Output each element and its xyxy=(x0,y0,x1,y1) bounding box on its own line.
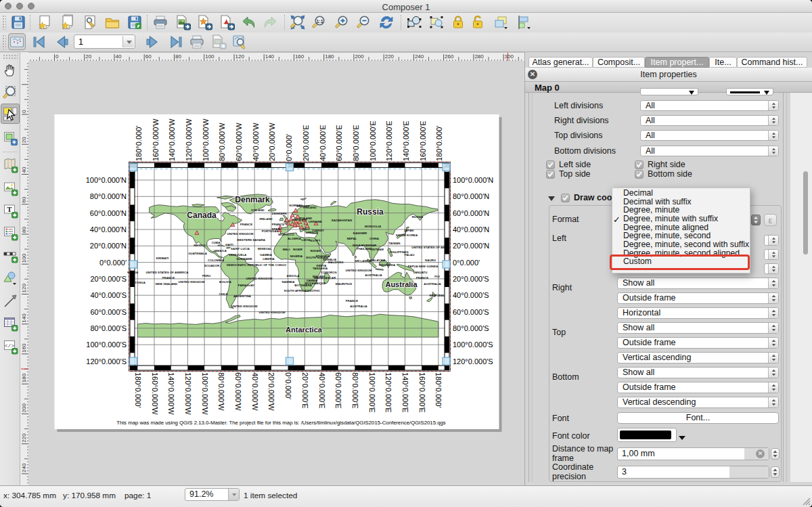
svg-text:MOZAMBIQUE: MOZAMBIQUE xyxy=(305,282,326,285)
svg-text:20°0.000′N: 20°0.000′N xyxy=(90,242,127,250)
svg-text:160: 160 xyxy=(295,53,304,60)
svg-text:PAPUA NEW GUINEA: PAPUA NEW GUINEA xyxy=(408,265,438,268)
svg-text:40: 40 xyxy=(21,167,27,173)
svg-text:GUATEMALA: GUATEMALA xyxy=(188,252,208,255)
svg-text:LIBERIA: LIBERIA xyxy=(263,257,275,261)
svg-text:SAINT LUCIA: SAINT LUCIA xyxy=(231,247,250,250)
svg-text:RUSSIA: RUSSIA xyxy=(412,215,424,219)
svg-text:160°0.000′E: 160°0.000′E xyxy=(419,120,427,161)
svg-text:Australia: Australia xyxy=(385,280,418,288)
svg-text:INDIA: INDIA xyxy=(353,244,361,247)
svg-text:200: 200 xyxy=(355,53,364,60)
svg-text:240: 240 xyxy=(21,463,27,472)
svg-text:80: 80 xyxy=(175,53,181,60)
svg-text:GERMANY: GERMANY xyxy=(292,218,308,221)
svg-text:140: 140 xyxy=(265,53,275,60)
svg-text:0°0.000′: 0°0.000′ xyxy=(284,372,292,399)
svg-text:This map was made using QGIS 2: This map was made using QGIS 2.13.0-Mast… xyxy=(116,420,446,426)
svg-text:120°0.000′W: 120°0.000′W xyxy=(184,372,192,415)
svg-text:180°0.000′: 180°0.000′ xyxy=(435,126,443,161)
svg-text:40°0.000′S: 40°0.000′S xyxy=(90,291,127,299)
svg-text:80°0.000′W: 80°0.000′W xyxy=(217,372,225,411)
svg-text:140°0.000′W: 140°0.000′W xyxy=(167,372,175,415)
svg-text:20°0.000′N: 20°0.000′N xyxy=(453,242,489,250)
svg-text:Russia: Russia xyxy=(357,207,384,217)
svg-text:NEPAL: NEPAL xyxy=(347,237,357,240)
svg-text:FRANCE: FRANCE xyxy=(346,299,358,303)
svg-text:GREECE: GREECE xyxy=(306,231,319,234)
svg-text:60°0.000′N: 60°0.000′N xyxy=(90,209,127,217)
svg-text:60°0.000′S: 60°0.000′S xyxy=(90,308,127,316)
svg-text:T: T xyxy=(7,205,12,213)
svg-text:0°0.000′: 0°0.000′ xyxy=(453,259,480,267)
svg-text:0°0.000′: 0°0.000′ xyxy=(285,134,293,161)
svg-text:FRANCE: FRANCE xyxy=(272,223,284,226)
svg-text:60: 60 xyxy=(21,196,27,202)
svg-text:UNITED KINGDOM: UNITED KINGDOM xyxy=(227,232,254,236)
svg-text:60°0.000′W: 60°0.000′W xyxy=(235,123,243,161)
svg-text:NEW ZEAL: NEW ZEAL xyxy=(430,294,445,297)
svg-text:20: 20 xyxy=(21,137,27,143)
svg-text:ECUADOR: ECUADOR xyxy=(204,264,220,267)
svg-text:VANUATU: VANUATU xyxy=(413,271,428,274)
svg-text:280: 280 xyxy=(474,53,484,60)
svg-text:60°0.000′E: 60°0.000′E xyxy=(334,372,342,409)
svg-text:MALAWI: MALAWI xyxy=(313,275,325,278)
svg-text:60°0.000′E: 60°0.000′E xyxy=(335,125,343,161)
svg-text:100°0.000′S: 100°0.000′S xyxy=(453,340,493,349)
svg-text:120°0.000′S: 120°0.000′S xyxy=(453,357,493,366)
svg-text:120: 120 xyxy=(235,53,245,60)
svg-text:40°0.000′W: 40°0.000′W xyxy=(251,372,259,411)
svg-text:NIGER: NIGER xyxy=(293,248,303,251)
svg-text:180°0.000′: 180°0.000′ xyxy=(135,126,143,161)
svg-text:FINLAND: FINLAND xyxy=(303,206,316,209)
svg-text:0°0.000′: 0°0.000′ xyxy=(99,259,127,267)
svg-text:CHINA: CHINA xyxy=(369,237,380,240)
svg-text:120°0.000′S: 120°0.000′S xyxy=(86,357,127,366)
svg-text:180°0.000′: 180°0.000′ xyxy=(434,372,443,407)
svg-text:180°0.000′: 180°0.000′ xyxy=(134,372,142,407)
svg-text:DEMOCRATIC REPUBLIC OF THE CON: DEMOCRATIC REPUBLIC OF THE CONGO xyxy=(227,263,287,267)
svg-text:80: 80 xyxy=(21,227,27,233)
svg-text:HAITI: HAITI xyxy=(225,243,233,246)
svg-text:20°0.000′E: 20°0.000′E xyxy=(301,372,309,409)
svg-text:ARGENTINA: ARGENTINA xyxy=(233,294,252,298)
svg-text:Canada: Canada xyxy=(187,211,217,220)
svg-text:PERU: PERU xyxy=(202,274,210,278)
svg-text:20°0.000′S: 20°0.000′S xyxy=(90,275,127,283)
svg-text:Denmark: Denmark xyxy=(235,195,270,204)
svg-text:AUSTRALIA: AUSTRALIA xyxy=(350,305,367,308)
svg-text:THAILAND: THAILAND xyxy=(357,247,371,250)
svg-text:140°0.000′E: 140°0.000′E xyxy=(402,120,410,161)
svg-text:IRELAND: IRELAND xyxy=(259,217,273,221)
svg-text:PORTUGAL: PORTUGAL xyxy=(262,229,279,233)
svg-text:SUDAN: SUDAN xyxy=(310,249,321,252)
svg-text:100°0.000′E: 100°0.000′E xyxy=(368,372,376,413)
svg-text:TONGA: TONGA xyxy=(135,281,146,284)
svg-text:DENMARK: DENMARK xyxy=(272,212,288,215)
svg-text:60°0.000′S: 60°0.000′S xyxy=(453,308,489,316)
svg-text:ALGERIA: ALGERIA xyxy=(288,237,302,240)
svg-text:160°0.000′W: 160°0.000′W xyxy=(151,372,159,415)
svg-text:VENEZUELA: VENEZUELA xyxy=(229,253,247,257)
svg-text:60: 60 xyxy=(145,53,152,60)
svg-text:100°0.000′N: 100°0.000′N xyxy=(453,176,493,184)
svg-text:120°0.000′E: 120°0.000′E xyxy=(384,372,392,413)
svg-text:NAMIBIA: NAMIBIA xyxy=(282,280,296,284)
svg-text:JAMAICA: JAMAICA xyxy=(213,249,227,252)
svg-text:0: 0 xyxy=(55,53,59,60)
svg-text:PHILIPPINES: PHILIPPINES xyxy=(390,250,408,254)
svg-text:180: 180 xyxy=(325,53,334,60)
svg-text:COMOROS: COMOROS xyxy=(321,271,336,274)
svg-text:MALI: MALI xyxy=(283,248,290,251)
svg-text:180: 180 xyxy=(21,373,27,382)
svg-text:100°0.000′S: 100°0.000′S xyxy=(86,340,127,349)
svg-text:SRI LANKA: SRI LANKA xyxy=(355,259,371,263)
svg-text:MALAYSIA: MALAYSIA xyxy=(370,259,386,262)
svg-text:SOUTH AFRICA: SOUTH AFRICA xyxy=(284,289,307,292)
svg-text:20°0.000′E: 20°0.000′E xyxy=(302,125,310,161)
svg-text:NAURU: NAURU xyxy=(425,259,436,262)
svg-text:LIBYA: LIBYA xyxy=(302,238,311,242)
svg-text:MOROCCO: MOROCCO xyxy=(278,233,294,236)
svg-text:UNITED KINGDOM: UNITED KINGDOM xyxy=(246,277,273,280)
